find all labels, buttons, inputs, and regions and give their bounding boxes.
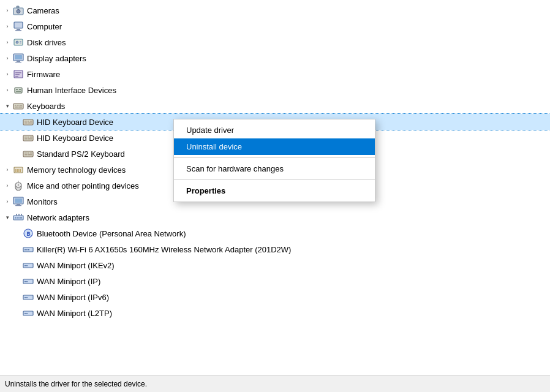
context-menu-update-driver[interactable]: Update driver	[174, 122, 375, 138]
svg-rect-15	[15, 72, 21, 74]
svg-rect-23	[15, 105, 16, 106]
status-text: Uninstalls the driver for the selected d…	[5, 380, 147, 388]
svg-rect-37	[24, 137, 26, 138]
svg-rect-86	[24, 313, 26, 314]
svg-rect-27	[15, 107, 18, 108]
svg-rect-87	[26, 313, 28, 314]
ps2-label: Standard PS/2 Keyboard	[37, 149, 125, 159]
svg-rect-81	[26, 281, 28, 282]
keyboards-label: Keyboards	[27, 102, 65, 111]
wan-ikev2-label: WAN Miniport (IKEv2)	[37, 261, 115, 270]
expand-monitors[interactable]	[2, 197, 12, 206]
disk-icon	[12, 36, 24, 48]
svg-rect-2	[17, 6, 19, 8]
hid-kbd-2-icon	[22, 132, 34, 144]
status-bar: Uninstalls the driver for the selected d…	[0, 375, 550, 392]
bluetooth-label: Bluetooth Device (Personal Area Network)	[37, 229, 186, 238]
svg-rect-4	[17, 29, 20, 30]
svg-rect-41	[24, 138, 28, 140]
killer-label: Killer(R) Wi-Fi 6 AX1650s 160MHz Wireles…	[37, 245, 291, 254]
svg-rect-34	[24, 123, 28, 124]
tree-item-network[interactable]: Network adapters	[0, 209, 550, 225]
expand-mice[interactable]	[2, 181, 12, 190]
svg-rect-61	[15, 205, 21, 206]
expand-display[interactable]	[2, 53, 12, 63]
svg-point-1	[17, 10, 20, 13]
memory-label: Memory technology devices	[27, 165, 126, 175]
svg-rect-9	[20, 43, 21, 44]
svg-rect-73	[24, 249, 26, 251]
update-driver-label: Update driver	[186, 126, 234, 135]
svg-rect-17	[15, 76, 18, 77]
svg-rect-42	[28, 138, 32, 140]
mice-icon	[12, 179, 24, 192]
svg-rect-59	[15, 198, 22, 203]
hid-kbd-2-label: HID Keyboard Device	[37, 134, 113, 143]
tree-item-wan-ikev2[interactable]: WAN Miniport (IKEv2)	[0, 257, 550, 273]
svg-rect-28	[18, 107, 22, 108]
expand-keyboards[interactable]	[2, 101, 12, 111]
tree-item-hid[interactable]: Human Interface Devices	[0, 82, 550, 98]
tree-item-cameras[interactable]: Cameras	[0, 2, 550, 18]
context-menu-uninstall[interactable]: Uninstall device	[174, 138, 375, 155]
svg-rect-49	[28, 154, 32, 156]
context-menu-separator-1	[174, 157, 375, 158]
svg-rect-64	[17, 217, 18, 219]
wan-ikev2-icon	[22, 259, 34, 271]
svg-rect-26	[20, 105, 22, 106]
svg-text:ʙ: ʙ	[26, 230, 31, 237]
bluetooth-icon: ʙ	[22, 227, 34, 239]
svg-rect-84	[26, 297, 28, 298]
svg-rect-11	[17, 61, 20, 62]
expand-memory[interactable]	[2, 165, 12, 175]
svg-rect-54	[20, 169, 21, 172]
tree-item-bluetooth[interactable]: ʙ Bluetooth Device (Personal Area Networ…	[0, 225, 550, 241]
svg-rect-25	[18, 105, 20, 106]
wan-ip-label: WAN Miniport (IP)	[37, 277, 100, 286]
expand-network[interactable]	[2, 213, 12, 222]
wan-ipv6-icon	[22, 291, 34, 303]
firmware-icon	[12, 68, 24, 80]
expand-hid[interactable]	[2, 85, 12, 95]
tree-item-keyboards[interactable]: Keyboards	[0, 98, 550, 114]
svg-point-7	[16, 41, 18, 43]
svg-rect-53	[18, 169, 20, 172]
expand-computer[interactable]	[2, 21, 12, 31]
context-menu-properties[interactable]: Properties	[174, 183, 375, 199]
expand-cameras[interactable]	[2, 6, 12, 15]
svg-rect-16	[15, 74, 20, 75]
svg-rect-40	[30, 137, 32, 138]
hid-kbd-1-label: HID Keyboard Device	[37, 118, 113, 127]
svg-rect-43	[23, 151, 33, 157]
svg-rect-69	[21, 214, 22, 216]
network-icon	[12, 211, 24, 224]
expand-disk[interactable]	[2, 37, 12, 47]
svg-rect-12	[15, 62, 21, 62]
svg-rect-51	[15, 169, 17, 172]
wan-l2tp-label: WAN Miniport (L2TP)	[37, 309, 112, 318]
svg-rect-78	[26, 265, 28, 266]
svg-rect-74	[26, 249, 28, 251]
expand-firmware[interactable]	[2, 69, 12, 79]
context-menu-separator-2	[174, 179, 375, 180]
tree-item-wan-l2tp[interactable]: WAN Miniport (L2TP)	[0, 305, 550, 321]
monitors-label: Monitors	[27, 197, 58, 206]
tree-item-firmware[interactable]: Firmware	[0, 66, 550, 82]
wan-ip-icon	[22, 275, 34, 287]
tree-item-display[interactable]: Display adapters	[0, 50, 550, 66]
svg-rect-33	[30, 121, 32, 122]
svg-rect-48	[24, 154, 28, 156]
tree-item-wan-ip[interactable]: WAN Miniport (IP)	[0, 273, 550, 289]
tree-item-killer-wifi[interactable]: Killer(R) Wi-Fi 6 AX1650s 160MHz Wireles…	[0, 241, 550, 257]
display-icon	[12, 52, 24, 64]
svg-rect-38	[26, 137, 28, 138]
tree-item-wan-ipv6[interactable]: WAN Miniport (IPv6)	[0, 289, 550, 305]
mice-label: Mice and other pointing devices	[27, 181, 139, 190]
tree-item-disk-drives[interactable]: Disk drives	[0, 34, 550, 50]
properties-label: Properties	[186, 186, 225, 195]
device-manager: Cameras Computer	[0, 0, 550, 392]
svg-rect-24	[17, 105, 18, 106]
context-menu-scan[interactable]: Scan for hardware changes	[174, 160, 375, 177]
cameras-icon	[12, 4, 24, 17]
tree-item-computer[interactable]: Computer	[0, 18, 550, 34]
